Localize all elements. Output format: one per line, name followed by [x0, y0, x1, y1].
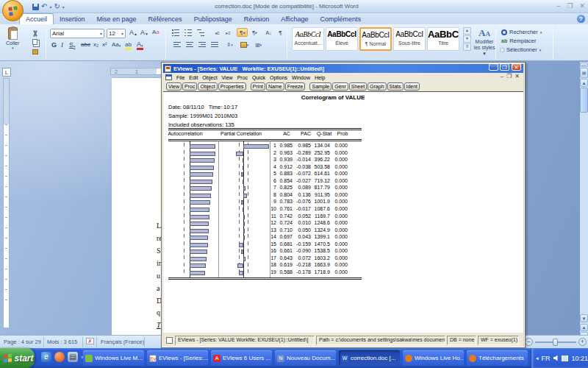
toolbar-view-button[interactable]: View [166, 82, 182, 91]
tray-chevron-icon[interactable]: ◂ [536, 355, 539, 361]
scrollbar-thumb[interactable] [580, 88, 588, 113]
superscript-button[interactable]: x² [102, 41, 107, 48]
menu-object[interactable]: Object [200, 75, 219, 80]
italic-button[interactable]: I [61, 41, 63, 49]
firefox-icon[interactable] [54, 352, 65, 362]
scroll-down-icon[interactable]: ▼ [580, 314, 588, 322]
tab-mise-en-page[interactable]: Mise en page [91, 13, 143, 24]
proofing-icon[interactable]: ✗ [86, 338, 94, 344]
tab-publipostage[interactable]: Publipostage [188, 13, 238, 24]
horizontal-ruler[interactable]: 21 [110, 68, 157, 75]
toolbar-sheet-button[interactable]: Sheet [349, 82, 367, 91]
taskbar-button-5[interactable]: Windows Live Ho... [403, 350, 464, 366]
bullets-button[interactable] [170, 28, 181, 37]
show-desktop-icon[interactable]: ▤ [68, 352, 78, 362]
eviews-maximize-button[interactable]: ❐ [500, 63, 509, 71]
word-minimize-button[interactable]: – [556, 2, 560, 10]
undo-icon[interactable]: ↶ [41, 3, 47, 10]
menu-window[interactable]: Window [290, 75, 312, 80]
increase-indent-button[interactable]: ▸≡ [223, 28, 234, 37]
mdi-restore-icon[interactable]: ❐ [506, 73, 512, 79]
toolbar-ident-button[interactable]: Ident [404, 82, 420, 91]
change-styles-button[interactable]: AA Modifier les styles ▾ [473, 27, 495, 57]
replace-button[interactable]: ab Remplacer [501, 38, 536, 44]
align-right-button[interactable] [196, 40, 207, 49]
bold-button[interactable]: G [51, 41, 57, 49]
style-item-3[interactable]: AaBbCcISous-titre [393, 27, 426, 51]
mdi-close-icon[interactable]: ✕ [514, 73, 520, 79]
zoom-in-icon[interactable]: + [578, 338, 587, 346]
underline-button[interactable]: S▾ [69, 41, 76, 49]
toolbar-proc-button[interactable]: Proc [182, 82, 197, 91]
page-indicator[interactable]: Page : 4 sur 29 [4, 339, 41, 345]
multilevel-list-button[interactable] [195, 28, 206, 37]
align-left-button[interactable] [171, 40, 182, 49]
style-item-4[interactable]: AaBbC(Titre [427, 27, 459, 51]
style-item-1[interactable]: AaBbCcIÉlevé [326, 27, 358, 51]
paste-button[interactable]: Coller ▾ [6, 27, 19, 50]
split-handle-icon[interactable]: — [580, 63, 588, 67]
menu-quick[interactable]: Quick [250, 75, 268, 80]
volume-icon[interactable] [553, 355, 559, 361]
line-spacing-button[interactable]: ⇕▾ [224, 40, 235, 49]
tab-r-f-rences[interactable]: Références [143, 13, 188, 24]
zoom-slider-thumb[interactable] [553, 339, 558, 346]
save-icon[interactable] [32, 4, 39, 10]
format-painter-button[interactable] [29, 47, 40, 56]
menu-proc[interactable]: Proc [235, 75, 250, 80]
toolbar-stats-button[interactable]: Stats [387, 82, 404, 91]
taskbar-button-6[interactable]: Téléchargements [467, 350, 528, 366]
network-icon[interactable] [562, 355, 568, 361]
language-badge[interactable]: FR [542, 355, 551, 362]
menu-view[interactable]: View [220, 75, 235, 80]
taskbar-button-2[interactable]: AEViews 6 Users ... [211, 350, 272, 366]
vertical-ruler[interactable] [3, 78, 10, 328]
style-item-0[interactable]: AaBbCcIAccentuat... [292, 27, 324, 51]
word-count[interactable]: Mots : 3 615 [47, 339, 77, 345]
start-button[interactable]: start [0, 348, 35, 368]
select-button[interactable]: Sélectionner▾ [501, 46, 541, 53]
toolbar-genr-button[interactable]: Genr [332, 82, 348, 91]
show-paragraph-marks-button[interactable]: ¶ [275, 28, 286, 37]
clear-formatting-button[interactable]: Aa [152, 29, 159, 35]
tab-r-vision[interactable]: Révision [238, 13, 276, 24]
ruler-toggle-icon[interactable]: ▤ [580, 68, 588, 78]
redo-icon[interactable]: ↻ [54, 3, 60, 10]
decrease-indent-button[interactable]: ◂≡ [212, 28, 223, 37]
find-button[interactable]: Rechercher▾ [501, 29, 542, 35]
font-name-combo[interactable]: Arial▾ [50, 29, 104, 38]
taskbar-button-1[interactable]: EvEViews - [Series:... [147, 350, 208, 366]
align-center-button[interactable] [184, 40, 195, 49]
eviews-titlebar[interactable]: EViews - [Series: VALUE Workfile: EXUSEU… [163, 64, 523, 73]
toolbar-properties-button[interactable]: Properties [218, 82, 246, 91]
menu-help[interactable]: Help [312, 75, 327, 80]
toolbar-name-button[interactable]: Name [266, 82, 284, 91]
mdi-child-icon[interactable] [165, 74, 172, 80]
change-case-button[interactable]: Aa▾ [112, 41, 121, 48]
subscript-button[interactable]: x₂ [93, 41, 98, 48]
zoom-out-icon[interactable]: − [525, 338, 533, 346]
style-scroll-down-icon[interactable]: ▼ [463, 35, 471, 43]
scroll-up-icon[interactable]: ▲ [580, 79, 588, 87]
sort-button[interactable]: A↓ [263, 28, 274, 37]
document-page[interactable] [112, 78, 163, 335]
eviews-close-button[interactable]: ✕ [512, 63, 521, 71]
numbering-button[interactable] [182, 28, 193, 37]
tab-insertion[interactable]: Insertion [54, 13, 91, 24]
menu-file[interactable]: File [174, 75, 187, 80]
font-color-button[interactable]: A▾ [137, 40, 143, 50]
word-close-button[interactable]: ✕ [579, 2, 585, 10]
shading-button[interactable]: ▾ [239, 40, 250, 49]
taskbar-button-0[interactable]: Windows Live M... [83, 350, 144, 366]
menu-options[interactable]: Options [268, 75, 290, 80]
font-size-combo[interactable]: 12▾ [107, 29, 126, 38]
style-scroll-up-icon[interactable]: ▲ [463, 27, 471, 35]
help-icon[interactable]: ? [577, 15, 585, 23]
mdi-minimize-icon[interactable]: – [501, 73, 503, 79]
word-vertical-scrollbar[interactable]: — ▤ ▲ ▼ ▲ • ▼ [580, 62, 588, 335]
shrink-font-button[interactable]: A▼ [140, 29, 148, 36]
toolbar-graph-button[interactable]: Graph [368, 82, 386, 91]
justify-button[interactable] [209, 40, 220, 49]
word-restore-button[interactable]: ❐ [567, 2, 573, 10]
toolbar-freeze-button[interactable]: Freeze [285, 82, 306, 91]
